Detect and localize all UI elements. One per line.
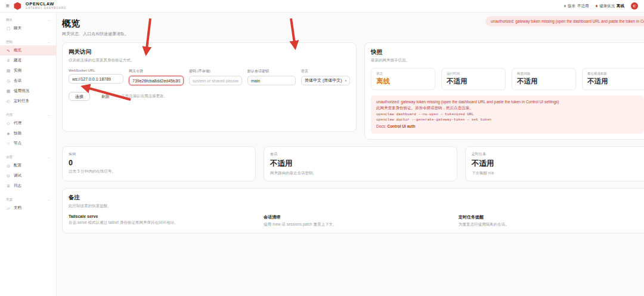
hamburger-menu-icon[interactable]: ≡	[6, 3, 10, 9]
language-value: 简体中文 (简体中文)	[305, 78, 342, 84]
refresh-tile: 最近频道刷新 不适用	[582, 68, 644, 90]
status-tile-value: 离线	[376, 77, 430, 86]
auth-error-line2: 此网关需要身份验证。添加令牌或密码，然后点击连接。	[376, 105, 639, 111]
instances-value: 0	[69, 159, 249, 167]
sidebar-item-instances[interactable]: ▤ 实例	[0, 66, 56, 76]
sidebar-item-label: 使用情况	[14, 88, 29, 94]
note-session-caption: 使用 /new 或 sessions.patch 重置上下文。	[264, 222, 451, 227]
instances-icon: ▤	[6, 69, 11, 73]
gateway-access-title: 网关访问	[69, 48, 350, 56]
language-label: 语言	[301, 69, 350, 74]
status-tile-label: 状态	[376, 72, 430, 76]
refresh-button[interactable]: 刷新	[95, 92, 116, 101]
sidebar-item-sessions[interactable]: ◷ 会话	[0, 76, 56, 86]
password-field-group: 密码 (不存储)	[189, 69, 242, 85]
sidebar-item-docs[interactable]: ▱ 文档	[0, 203, 56, 213]
docs-line: Docs: Control UI auth	[376, 124, 639, 130]
sidebar-item-label: 定时任务	[14, 98, 29, 104]
instances-label: 实例	[69, 152, 249, 157]
top-cards-row: 网关访问 仪表板连接的位置及其身份验证方式。 WebSocket URL 网关令…	[62, 42, 644, 140]
auth-error-code2: openclaw doctor --generate-gateway-token…	[376, 117, 639, 122]
main-content: 概览 网关状态、入口点和快速健康读取。 网关访问 仪表板连接的位置及其身份验证方…	[57, 13, 644, 296]
connect-button[interactable]: 连接	[69, 92, 90, 101]
note-cron-title: 定时任务提醒	[459, 214, 644, 220]
websocket-url-input[interactable]	[69, 74, 123, 84]
language-field-group: 语言 简体中文 (简体中文) ▾	[301, 69, 350, 85]
control-ui-auth-link[interactable]: Control UI auth	[387, 124, 415, 128]
sidebar-item-chat[interactable]: ▢ 聊天	[0, 23, 56, 33]
sidebar-item-logs[interactable]: ≣ 日志	[0, 181, 56, 191]
agent-icon: ◇	[6, 121, 11, 126]
header-status-area: 版本 不适用 健康状况 离线 C	[564, 2, 639, 10]
note-tailscale: Tailscale serve 首选 serve 模式以通过 tailnet 身…	[69, 214, 264, 227]
sidebar-item-label: 日志	[14, 183, 21, 189]
refresh-tile-value: 不适用	[587, 77, 641, 86]
sidebar-item-channels[interactable]: # 频道	[0, 56, 56, 66]
websocket-url-field-group: WebSocket URL	[69, 69, 123, 85]
gateway-token-label: 网关令牌	[129, 69, 184, 74]
cron-caption: 下次唤醒 n/a	[472, 171, 644, 176]
gateway-token-input[interactable]	[129, 76, 184, 85]
sessions-card: 会话 不适用 网关路由的最近会话密钥。	[264, 146, 457, 181]
app-root: ≡ OPENCLAW GATEWAY DASHBOARD 版本 不适用 健康状况…	[0, 0, 644, 296]
note-session-title: 会话清理	[264, 214, 451, 220]
sidebar-item-label: 代理	[14, 121, 21, 126]
session-key-label: 默认会话密钥	[247, 69, 296, 74]
section-label: 聊天	[6, 18, 13, 22]
connect-hint: 点击连接以应用连接更改。	[121, 94, 168, 99]
gateway-access-subtitle: 仪表板连接的位置及其身份验证方式。	[69, 58, 350, 63]
note-cron: 定时任务提醒 为重复运行使用隔离的会话。	[459, 214, 644, 227]
auth-error-line1: unauthorized: gateway token missing (ope…	[376, 99, 639, 105]
instances-caption: 过去 5 分钟内的在线信号。	[69, 169, 249, 174]
sidebar-item-skills[interactable]: ◈ 技能	[0, 128, 56, 138]
error-toast[interactable]: unauthorized: gateway token missing (ope…	[485, 16, 644, 26]
docs-icon: ▱	[6, 206, 11, 211]
collapse-icon: –	[48, 113, 50, 117]
password-label: 密码 (不存储)	[189, 69, 242, 74]
sidebar-item-debug[interactable]: ⊙ 调试	[0, 171, 56, 181]
brand-block: OPENCLAW GATEWAY DASHBOARD	[26, 2, 66, 10]
notes-title: 备注	[69, 194, 644, 202]
cron-label: 定时任务	[472, 152, 644, 157]
sidebar-item-nodes[interactable]: ○ 节点	[0, 138, 56, 149]
instances-card: 实例 0 过去 5 分钟内的在线信号。	[62, 146, 256, 181]
sidebar-item-usage[interactable]: ▦ 使用情况	[0, 86, 56, 96]
sidebar-section-settings[interactable]: 设置 –	[0, 153, 56, 161]
skills-icon: ◈	[6, 131, 11, 136]
sidebar-section-agents[interactable]: 代理 –	[0, 110, 56, 118]
gateway-access-fields: WebSocket URL 网关令牌 密码 (不存储) 默认会话密钥	[69, 69, 350, 85]
sidebar-item-cron[interactable]: ◴ 定时任务	[0, 96, 56, 106]
debug-icon: ⊙	[6, 174, 11, 178]
session-key-input[interactable]	[247, 76, 296, 85]
sidebar-section-control[interactable]: 控制 –	[0, 38, 56, 45]
sidebar-item-label: 文档	[14, 205, 21, 211]
status-tile: 状态 离线	[371, 68, 435, 90]
clock-icon: ◴	[6, 99, 11, 104]
snapshot-subtitle: 最新的网关握手信息。	[371, 58, 644, 63]
sidebar-item-agents[interactable]: ◇ 代理	[0, 118, 56, 128]
version-dot-icon	[564, 5, 566, 7]
uptime-tile-label: 运行时间	[447, 72, 500, 76]
password-input[interactable]	[189, 76, 242, 85]
sidebar-item-label: 节点	[14, 141, 21, 146]
sidebar-item-overview[interactable]: ∿ 概览	[0, 45, 56, 56]
health-label: 健康状况	[599, 4, 615, 9]
notes-subtitle: 此控制设置的快速提醒。	[69, 204, 644, 209]
language-select[interactable]: 简体中文 (简体中文) ▾	[301, 76, 350, 85]
session-key-field-group: 默认会话密钥	[247, 69, 296, 85]
collapse-icon: –	[48, 198, 50, 202]
sidebar-item-config[interactable]: ◎ 配置	[0, 161, 56, 171]
interval-tile-value: 不适用	[517, 77, 571, 86]
sidebar-section-chat[interactable]: 聊天 –	[0, 16, 56, 23]
top-header: ≡ OPENCLAW GATEWAY DASHBOARD 版本 不适用 健康状况…	[0, 0, 644, 13]
sidebar-section-resources[interactable]: 资源 –	[0, 195, 56, 203]
section-label: 控制	[6, 40, 13, 44]
note-session-hygiene: 会话清理 使用 /new 或 sessions.patch 重置上下文。	[264, 214, 459, 227]
gear-icon: ◎	[6, 164, 11, 168]
avatar[interactable]: C	[631, 2, 638, 10]
refresh-tile-label: 最近频道刷新	[587, 72, 641, 76]
note-tailscale-title: Tailscale serve	[69, 214, 256, 218]
health-dot-icon	[596, 5, 598, 7]
websocket-url-label: WebSocket URL	[69, 69, 123, 72]
sidebar-item-label: 聊天	[14, 26, 21, 31]
